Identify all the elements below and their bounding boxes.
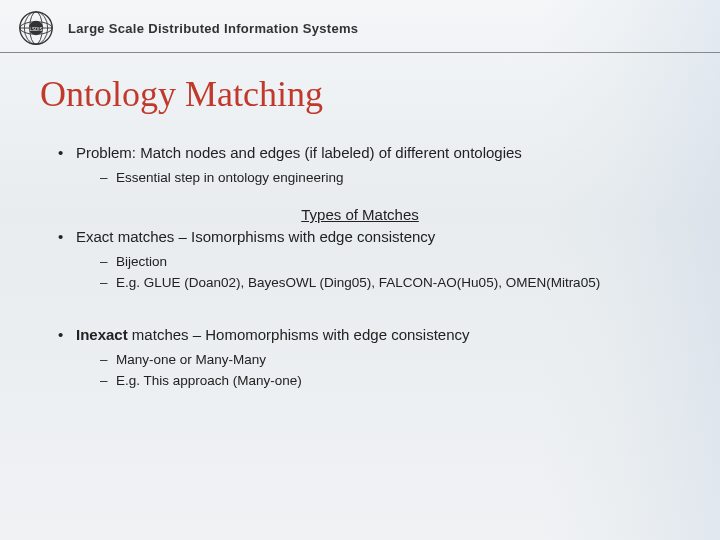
sub-bullet-item: Many-one or Many-Many <box>100 351 680 370</box>
sub-bullet-list: Bijection E.g. GLUE (Doan02), BayesOWL (… <box>76 253 680 293</box>
sub-bullet-item: Essential step in ontology engineering <box>100 169 680 188</box>
sub-bullet-item: E.g. This approach (Many-one) <box>100 372 680 391</box>
sub-bullet-list: Many-one or Many-Many E.g. This approach… <box>76 351 680 391</box>
bullet-item: Inexact matches – Homomorphisms with edg… <box>58 325 680 391</box>
header-org-text: Large Scale Distributed Information Syst… <box>68 21 358 36</box>
bullet-list: Inexact matches – Homomorphisms with edg… <box>40 325 680 391</box>
slide-content: Ontology Matching Problem: Match nodes a… <box>0 53 720 391</box>
svg-text:LSDIS: LSDIS <box>29 27 42 32</box>
sub-bullet-list: Essential step in ontology engineering <box>76 169 680 188</box>
slide-title: Ontology Matching <box>40 73 680 115</box>
bullet-item: Exact matches – Isomorphisms with edge c… <box>58 227 680 293</box>
bullet-text: Exact matches – Isomorphisms with edge c… <box>76 228 435 245</box>
sub-bullet-item: Bijection <box>100 253 680 272</box>
bullet-item: Problem: Match nodes and edges (if label… <box>58 143 680 188</box>
org-logo-icon: LSDIS <box>18 10 54 46</box>
bullet-text: Problem: Match nodes and edges (if label… <box>76 144 522 161</box>
bullet-list: Problem: Match nodes and edges (if label… <box>40 143 680 188</box>
bullet-list: Exact matches – Isomorphisms with edge c… <box>40 227 680 293</box>
section-heading: Types of Matches <box>40 206 680 223</box>
slide-header: LSDIS Large Scale Distributed Informatio… <box>0 0 720 53</box>
sub-bullet-item: E.g. GLUE (Doan02), BayesOWL (Ding05), F… <box>100 274 680 293</box>
bullet-text: matches – Homomorphisms with edge consis… <box>128 326 470 343</box>
bullet-emphasis: Inexact <box>76 326 128 343</box>
